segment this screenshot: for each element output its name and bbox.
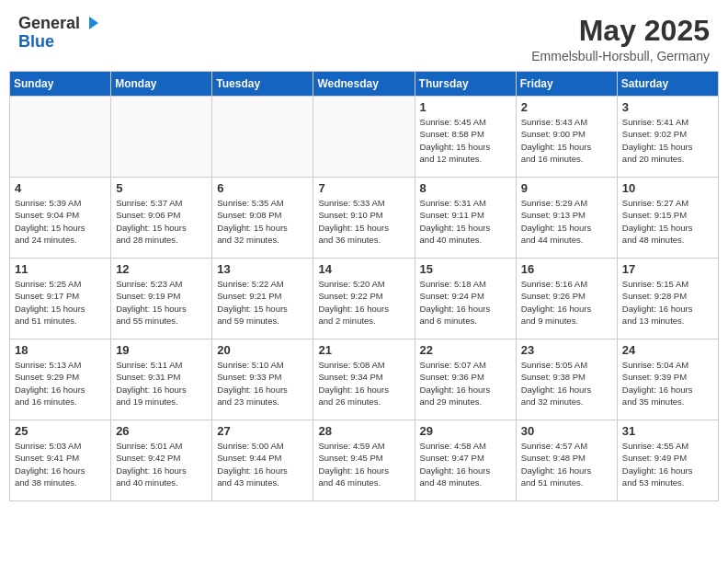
day-detail: Sunrise: 5:10 AM Sunset: 9:33 PM Dayligh… [217, 359, 308, 408]
day-detail: Sunrise: 5:35 AM Sunset: 9:08 PM Dayligh… [217, 197, 308, 246]
table-row: 7Sunrise: 5:33 AM Sunset: 9:10 PM Daylig… [313, 178, 415, 259]
table-row: 22Sunrise: 5:07 AM Sunset: 9:36 PM Dayli… [415, 339, 516, 420]
table-row: 3Sunrise: 5:41 AM Sunset: 9:02 PM Daylig… [617, 97, 718, 178]
day-number: 11 [15, 262, 106, 276]
table-row: 23Sunrise: 5:05 AM Sunset: 9:38 PM Dayli… [516, 339, 617, 420]
day-detail: Sunrise: 4:59 AM Sunset: 9:45 PM Dayligh… [318, 440, 409, 488]
calendar-day-header: Wednesday [313, 72, 415, 97]
day-number: 13 [217, 262, 308, 276]
logo-icon [82, 13, 102, 33]
day-number: 15 [420, 262, 511, 276]
day-detail: Sunrise: 5:18 AM Sunset: 9:24 PM Dayligh… [420, 278, 511, 327]
day-detail: Sunrise: 5:31 AM Sunset: 9:11 PM Dayligh… [420, 197, 511, 246]
day-number: 31 [622, 424, 713, 438]
calendar-day-header: Monday [111, 72, 212, 97]
table-row: 18Sunrise: 5:13 AM Sunset: 9:29 PM Dayli… [10, 339, 111, 420]
table-row: 1Sunrise: 5:45 AM Sunset: 8:58 PM Daylig… [415, 97, 516, 178]
table-row: 4Sunrise: 5:39 AM Sunset: 9:04 PM Daylig… [10, 178, 111, 259]
day-detail: Sunrise: 5:20 AM Sunset: 9:22 PM Dayligh… [318, 278, 409, 327]
table-row: 16Sunrise: 5:16 AM Sunset: 9:26 PM Dayli… [516, 259, 617, 339]
day-number: 21 [318, 343, 409, 357]
calendar-week-row: 4Sunrise: 5:39 AM Sunset: 9:04 PM Daylig… [10, 178, 719, 259]
day-number: 16 [521, 262, 612, 276]
table-row: 30Sunrise: 4:57 AM Sunset: 9:48 PM Dayli… [516, 420, 617, 501]
day-detail: Sunrise: 5:29 AM Sunset: 9:13 PM Dayligh… [521, 197, 612, 246]
day-detail: Sunrise: 4:58 AM Sunset: 9:47 PM Dayligh… [420, 440, 511, 488]
day-number: 23 [521, 343, 612, 357]
month-year-title: May 2025 [531, 15, 710, 47]
day-number: 14 [318, 262, 409, 276]
table-row: 13Sunrise: 5:22 AM Sunset: 9:21 PM Dayli… [212, 259, 313, 339]
day-detail: Sunrise: 5:39 AM Sunset: 9:04 PM Dayligh… [15, 197, 106, 246]
day-detail: Sunrise: 5:01 AM Sunset: 9:42 PM Dayligh… [116, 440, 207, 488]
calendar-week-row: 11Sunrise: 5:25 AM Sunset: 9:17 PM Dayli… [10, 259, 719, 339]
day-detail: Sunrise: 5:04 AM Sunset: 9:39 PM Dayligh… [622, 359, 713, 408]
location-subtitle: Emmelsbull-Horsbull, Germany [531, 49, 710, 63]
table-row [10, 97, 111, 178]
day-detail: Sunrise: 5:45 AM Sunset: 8:58 PM Dayligh… [420, 116, 511, 165]
table-row: 31Sunrise: 4:55 AM Sunset: 9:49 PM Dayli… [617, 420, 718, 501]
page-header: General Blue May 2025 Emmelsbull-Horsbul… [0, 0, 728, 71]
day-number: 27 [217, 424, 308, 438]
day-number: 20 [217, 343, 308, 357]
day-number: 25 [15, 424, 106, 438]
day-number: 5 [116, 181, 207, 195]
table-row: 21Sunrise: 5:08 AM Sunset: 9:34 PM Dayli… [313, 339, 415, 420]
day-number: 12 [116, 262, 207, 276]
day-detail: Sunrise: 5:27 AM Sunset: 9:15 PM Dayligh… [622, 197, 713, 246]
calendar-header-row: SundayMondayTuesdayWednesdayThursdayFrid… [10, 72, 719, 97]
day-number: 18 [15, 343, 106, 357]
day-detail: Sunrise: 5:07 AM Sunset: 9:36 PM Dayligh… [420, 359, 511, 408]
table-row: 14Sunrise: 5:20 AM Sunset: 9:22 PM Dayli… [313, 259, 415, 339]
table-row: 17Sunrise: 5:15 AM Sunset: 9:28 PM Dayli… [617, 259, 718, 339]
table-row: 29Sunrise: 4:58 AM Sunset: 9:47 PM Dayli… [415, 420, 516, 501]
table-row [111, 97, 212, 178]
logo-general: General [18, 15, 80, 33]
table-row: 26Sunrise: 5:01 AM Sunset: 9:42 PM Dayli… [111, 420, 212, 501]
table-row: 28Sunrise: 4:59 AM Sunset: 9:45 PM Dayli… [313, 420, 415, 501]
table-row: 2Sunrise: 5:43 AM Sunset: 9:00 PM Daylig… [516, 97, 617, 178]
day-detail: Sunrise: 5:25 AM Sunset: 9:17 PM Dayligh… [15, 278, 106, 327]
table-row: 8Sunrise: 5:31 AM Sunset: 9:11 PM Daylig… [415, 178, 516, 259]
table-row: 15Sunrise: 5:18 AM Sunset: 9:24 PM Dayli… [415, 259, 516, 339]
day-number: 6 [217, 181, 308, 195]
calendar-day-header: Sunday [10, 72, 111, 97]
day-detail: Sunrise: 5:37 AM Sunset: 9:06 PM Dayligh… [116, 197, 207, 246]
calendar-week-row: 25Sunrise: 5:03 AM Sunset: 9:41 PM Dayli… [10, 420, 719, 501]
day-detail: Sunrise: 5:33 AM Sunset: 9:10 PM Dayligh… [318, 197, 409, 246]
table-row [212, 97, 313, 178]
table-row: 12Sunrise: 5:23 AM Sunset: 9:19 PM Dayli… [111, 259, 212, 339]
calendar-day-header: Saturday [617, 72, 718, 97]
day-detail: Sunrise: 5:43 AM Sunset: 9:00 PM Dayligh… [521, 116, 612, 165]
day-number: 1 [420, 100, 511, 114]
svg-marker-0 [89, 17, 98, 29]
table-row [313, 97, 415, 178]
table-row: 5Sunrise: 5:37 AM Sunset: 9:06 PM Daylig… [111, 178, 212, 259]
table-row: 25Sunrise: 5:03 AM Sunset: 9:41 PM Dayli… [10, 420, 111, 501]
day-number: 10 [622, 181, 713, 195]
day-detail: Sunrise: 5:15 AM Sunset: 9:28 PM Dayligh… [622, 278, 713, 327]
day-number: 24 [622, 343, 713, 357]
day-detail: Sunrise: 5:08 AM Sunset: 9:34 PM Dayligh… [318, 359, 409, 408]
table-row: 6Sunrise: 5:35 AM Sunset: 9:08 PM Daylig… [212, 178, 313, 259]
day-number: 17 [622, 262, 713, 276]
day-detail: Sunrise: 5:00 AM Sunset: 9:44 PM Dayligh… [217, 440, 308, 488]
table-row: 11Sunrise: 5:25 AM Sunset: 9:17 PM Dayli… [10, 259, 111, 339]
title-block: May 2025 Emmelsbull-Horsbull, Germany [531, 15, 710, 63]
day-number: 3 [622, 100, 713, 114]
day-number: 28 [318, 424, 409, 438]
table-row: 9Sunrise: 5:29 AM Sunset: 9:13 PM Daylig… [516, 178, 617, 259]
table-row: 10Sunrise: 5:27 AM Sunset: 9:15 PM Dayli… [617, 178, 718, 259]
calendar-table: SundayMondayTuesdayWednesdayThursdayFrid… [9, 71, 719, 501]
day-detail: Sunrise: 5:05 AM Sunset: 9:38 PM Dayligh… [521, 359, 612, 408]
day-detail: Sunrise: 5:41 AM Sunset: 9:02 PM Dayligh… [622, 116, 713, 165]
day-detail: Sunrise: 5:11 AM Sunset: 9:31 PM Dayligh… [116, 359, 207, 408]
calendar-week-row: 18Sunrise: 5:13 AM Sunset: 9:29 PM Dayli… [10, 339, 719, 420]
calendar-day-header: Tuesday [212, 72, 313, 97]
day-number: 9 [521, 181, 612, 195]
logo-blue: Blue [18, 32, 54, 51]
calendar-day-header: Friday [516, 72, 617, 97]
day-number: 22 [420, 343, 511, 357]
day-number: 2 [521, 100, 612, 114]
day-detail: Sunrise: 5:13 AM Sunset: 9:29 PM Dayligh… [15, 359, 106, 408]
